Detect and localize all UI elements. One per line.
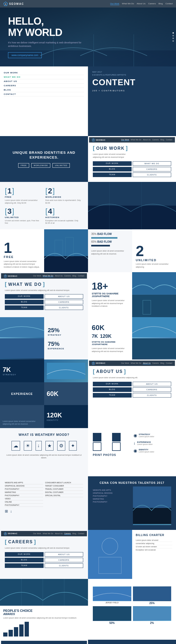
car-snl-1[interactable]: Our Work <box>33 533 41 535</box>
mini-btn-ourwork[interactable]: OUR WORK <box>93 161 132 166</box>
gallery-section: JERSEY FIELD 25% 50% 2% <box>88 579 176 640</box>
au-mini-1[interactable]: OUR WORK <box>93 382 132 386</box>
hero-section: HELLO, MY WORLD It's how we deliver inte… <box>0 8 176 66</box>
brand-btn-free[interactable]: FREE <box>18 163 29 168</box>
mini-btn-blog[interactable]: BLOG <box>93 167 132 171</box>
car-mini-3[interactable]: BLOG <box>5 558 44 562</box>
au-snl-5[interactable]: Blog <box>160 362 164 364</box>
wwd-mini-4[interactable]: CAREERS <box>45 300 83 304</box>
main-nav: X seomac Our Work What We Do About Us Ca… <box>0 0 176 8</box>
dot-4[interactable] <box>173 40 174 42</box>
au-mini-5[interactable]: TEAM <box>93 393 132 398</box>
sidebar-item-aboutus[interactable]: ABOUT US <box>4 79 84 84</box>
dot-3[interactable] <box>173 38 174 39</box>
stats-right: 60K 7K 120K STØTTE OG SAMARBE JOSPARTNER… <box>88 317 176 360</box>
nav-link-contact[interactable]: Contact <box>165 2 173 5</box>
row-num12: 1 FREE Lorem ipsum dolor sit amet consec… <box>0 229 176 272</box>
hero-cta-button[interactable]: www.companyname.com <box>8 52 42 58</box>
row-tables: WEBSITE AND APPS GRAPHICAL DESIGNS PHOTO… <box>0 476 176 530</box>
au-snl-4[interactable]: Careers <box>152 362 159 364</box>
au-snl-6[interactable]: Contact <box>166 362 172 364</box>
car-snl-3[interactable]: About Us <box>55 533 63 535</box>
mini-btn-aboutus[interactable]: WHAT WE DO <box>133 161 171 166</box>
car-mini-2[interactable]: ABOUT US <box>45 552 83 557</box>
snl-whatwedo[interactable]: What We Do <box>131 139 141 141</box>
wwd-snl-1[interactable]: Our Work <box>33 275 41 277</box>
wwd-snl-4[interactable]: Careers <box>64 275 71 277</box>
wwd-snl-6[interactable]: Contact <box>78 275 84 277</box>
au-mini-3[interactable]: BLOG <box>93 387 132 392</box>
au-snl-2[interactable]: What We Do <box>131 362 141 364</box>
car-mini-4[interactable]: CAREERS <box>45 558 83 562</box>
au-mini-6[interactable]: CLIENTS <box>133 393 171 398</box>
snl-blog[interactable]: Blog <box>160 139 164 141</box>
au-snl-1[interactable]: Our Work <box>121 362 129 364</box>
brand-buttons: FREE WORLDWIDE UNLIMITED <box>18 163 70 168</box>
bar-4 <box>19 624 24 636</box>
dstat-120k: 120K <box>47 411 86 419</box>
wwd-snl-2[interactable]: What We Do <box>43 275 53 277</box>
car-snl-4[interactable]: Careers <box>64 533 71 535</box>
snl-ourwork[interactable]: Our Work <box>121 139 129 141</box>
row-whatwedo-partners: X SEOMAC Our Work What We Do About Us Ca… <box>0 272 176 317</box>
list-item: PHOTOGRAPHY <box>5 494 43 497</box>
print-icon-3: ◉ <box>133 448 137 453</box>
brand-btn-worldwide[interactable]: WORLDWIDE <box>31 163 50 168</box>
wwd-mini-6[interactable]: CLIENTS <box>45 305 83 310</box>
snl-aboutus[interactable]: About Us <box>143 139 151 141</box>
nav-link-ourwork[interactable]: Our Work <box>110 2 119 5</box>
billing-item: Excepteur sint occaecat <box>136 548 173 551</box>
mini-btn-clients[interactable]: CLIENTS <box>133 173 171 177</box>
snl-careers[interactable]: Careers <box>152 139 159 141</box>
fw-grid: [ 1 ] FREE Lorem ipsum dolor sit amet co… <box>5 187 83 224</box>
svg-text:X: X <box>93 139 94 141</box>
sidebar-item-whatwedo[interactable]: WHAT WE DO <box>4 75 84 79</box>
dark-stats-section: 7K STRATEGY EXPERIENCE 60K Lorem ipsum d… <box>0 360 88 428</box>
row-sidebar-content: OUR WORK WHAT WE DO ABOUT US CAREERS BLO… <box>0 66 176 136</box>
nav-link-whatwedo[interactable]: What We Do <box>122 2 134 5</box>
sidebar-item-contact[interactable]: CONTACT <box>4 92 84 96</box>
car-mini-6[interactable]: CLIENTS <box>45 563 83 568</box>
sidebar-item-ourwork[interactable]: OUR WORK <box>4 71 84 75</box>
au-mini-2[interactable]: ABOUT US <box>133 382 171 386</box>
svg-rect-23 <box>132 317 176 337</box>
list-item: MARKETING <box>5 491 43 494</box>
mini-btn-team[interactable]: TEAM <box>93 173 132 177</box>
brand-btn-unlimited[interactable]: UNLIMITED <box>52 163 70 168</box>
car-snl-2[interactable]: What We Do <box>43 533 53 535</box>
cena-item: WEBSITE AND APPS <box>93 489 131 492</box>
car-mini-5[interactable]: TEAM <box>5 563 44 568</box>
wwd-mini-5[interactable]: TEAM <box>5 305 44 310</box>
wwd-mini-1[interactable]: OUR WORK <box>5 294 44 299</box>
wwd-mini-2[interactable]: ABOUT US <box>45 294 83 299</box>
car-snl-6[interactable]: Contact <box>78 533 84 535</box>
mini-btn-careers[interactable]: CAREERS <box>133 167 171 171</box>
wwd-snl-5[interactable]: Blog <box>72 275 76 277</box>
nav-link-careers[interactable]: Careers <box>148 2 156 5</box>
nav-logo[interactable]: X seomac <box>3 1 24 6</box>
dot-2[interactable] <box>173 35 174 36</box>
list-item: DIGITAL COSTUMER <box>45 491 83 494</box>
list-item: WEBSITE AND APPS <box>5 481 43 484</box>
dot-1[interactable] <box>173 32 174 34</box>
hero-title: HELLO, MY WORLD <box>8 16 168 38</box>
car-mini-1[interactable]: OUR WORK <box>5 552 44 557</box>
print-section: PRINT PHOTOS ◉ STRATEGY Lorem ipsum dolo… <box>88 428 176 476</box>
whatwedo-topnav: X SEOMAC Our Work What We Do About Us Ca… <box>1 273 87 279</box>
sidebar-item-blog[interactable]: BLOG <box>4 88 84 92</box>
nav-link-blog[interactable]: Blog <box>158 2 163 5</box>
row-identity-thankyou: IDENTITY AND EXPERIENCE Lorem ipsum dolo… <box>0 640 176 644</box>
snl-contact[interactable]: Contact <box>166 139 172 141</box>
au-snl-3[interactable]: About Us <box>143 362 151 364</box>
au-mini-4[interactable]: CAREERS <box>133 387 171 392</box>
stats-images-right <box>132 317 176 360</box>
wwd-mini-3[interactable]: BLOG <box>5 300 44 304</box>
car-snl-5[interactable]: Blog <box>72 533 76 535</box>
table-icon-grid: ⊞ <box>5 509 8 513</box>
wwd-snl-3[interactable]: About Us <box>55 275 63 277</box>
sidebar-item-careers[interactable]: CAREERS <box>4 84 84 88</box>
nav-link-aboutus[interactable]: About Us <box>137 2 146 5</box>
w-icon-gear: ⚙ <box>57 441 65 451</box>
w-icon-star: ★ <box>45 441 53 451</box>
svg-rect-40 <box>133 587 171 601</box>
